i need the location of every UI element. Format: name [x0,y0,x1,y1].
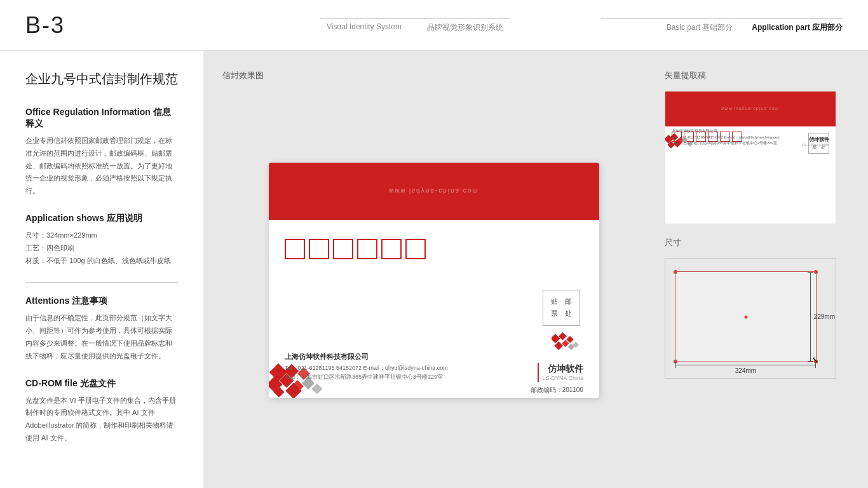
logo-name: 仿坤软件 [542,363,583,375]
postal-boxes [285,239,583,259]
header: B-3 Visual Identity System 品牌视觉形象识别系统 Ba… [0,0,868,51]
nav-basic: Basic part 基础部分 [667,22,733,33]
app-line3: 材质：不低于 100g 的白色纸、浅色纸或牛皮纸 [25,255,178,268]
header-right: Basic part 基础部分 Application part 应用部分 [601,18,843,33]
dim-dot-tl [674,270,677,274]
vector-preview: www.lsdyna-china.com 贴 邮 [665,91,836,224]
app-line1: 尺寸：324mm×229mm [25,229,178,242]
width-dim-line [675,365,816,365]
sidebar: 企业九号中式信封制作规范 Office Regulation Informati… [0,51,203,488]
header-nav: Visual Identity System 品牌视觉形象识别系统 [327,22,503,33]
vector-flap-text: www.lsdyna-china.com [721,107,779,111]
vector-body: 贴 邮 票 处 [665,126,836,152]
v-logo-sub: LS-DYNA China [802,143,829,147]
section-info-title: Office Regulation Information 信息释义 [25,107,178,130]
vector-section: 矢量提取稿 www.lsdyna-china.com [665,70,849,224]
postal-box-3 [333,239,353,259]
envelope-section: 信封效果图 www.lsdyna-china.com [222,70,646,469]
section-info-content: 企业专用信封依照国家邮政管理部门规定，在标准允许的范围内进行设计，邮政编码框、贴… [25,135,178,198]
sidebar-section-app: Application shows 应用说明 尺寸：324mm×229mm 工艺… [25,213,178,267]
vector-logo: 仿坤软件 LS-DYNA China [802,136,829,147]
dim-rect: 229mm 324mm ↖ [675,271,817,362]
stamp-line2: 票 处 [551,308,572,320]
v-sender-tel: Tel：021-61281195 54152072 E-mail：qhyu@ls… [672,135,780,141]
section-cdrom-title: CD-ROM file 光盘文件 [25,378,178,390]
content-area: 信封效果图 www.lsdyna-china.com [203,51,868,488]
height-dim-top [808,272,813,273]
sidebar-main-title: 企业九号中式信封制作规范 [25,70,178,88]
height-dim-line [810,272,811,362]
logo-svg [552,332,583,358]
sender-name: 上海仿坤软件科技有限公司 [285,352,448,362]
sender-info: 上海仿坤软件科技有限公司 Tel：021-61281195 54152072 E… [285,352,448,382]
width-dim-left [675,362,676,368]
nav-app: Application part 应用部分 [752,22,843,33]
stamp-line1: 贴 邮 [551,295,572,308]
page-code: B-3 [25,12,65,38]
header-center: Visual Identity System 品牌视觉形象识别系统 [229,18,601,33]
envelope-label: 信封效果图 [222,70,646,81]
envelope-flap: www.lsdyna-china.com [269,163,599,220]
postal-box-5 [381,239,402,259]
section-attention-title: Attentions 注意事项 [25,295,178,307]
dimensions-label: 尺寸 [665,237,849,248]
postal-box-6 [405,239,426,259]
sidebar-section-info: Office Regulation Information 信息释义 企业专用信… [25,107,178,198]
sidebar-section-cdrom: CD-ROM file 光盘文件 光盘文件是本 VI 手册电子文件的集合，内含手… [25,378,178,445]
v-logo-name: 仿坤软件 [802,136,829,143]
header-right-divider [601,18,843,18]
header-right-nav: Basic part 基础部分 Application part 应用部分 [667,22,843,33]
section-app-content: 尺寸：324mm×229mm 工艺：四色印刷 材质：不低于 100g 的白色纸、… [25,229,178,267]
sidebar-section-attention: Attentions 注意事项 由于信息的不确定性，此页部分规范（如文字大小、间… [25,295,178,362]
cursor-icon: ↖ [811,355,819,365]
logo-text-area: 仿坤软件 LS-DYNA China [538,363,583,382]
height-dim-label: 229mm [814,313,835,320]
section-attention-content: 由于信息的不确定性，此页部分规范（如文字大小、间距等）可作为参考使用，具体可根据… [25,312,178,362]
svg-rect-11 [559,332,567,341]
envelope-mockup: www.lsdyna-china.com [269,163,599,398]
vector-sender: 上海仿坤软件科技有限公司 Tel：021-61281195 54152072 E… [672,128,780,147]
v-sender-name: 上海仿坤软件科技有限公司 [672,128,780,135]
width-dim-area: 324mm [675,365,816,374]
app-line2: 工艺：四色印刷 [25,242,178,255]
postal-code: 邮政编码：201100 [531,386,583,395]
postal-box-1 [285,239,305,259]
logo-sub: LS-DYNA China [542,375,583,381]
width-dim-label: 324mm [735,367,756,374]
envelope-flap-text: www.lsdyna-china.com [389,187,479,194]
right-panel: 矢量提取稿 www.lsdyna-china.com [665,70,849,469]
stamp-area: 贴 邮 票 处 [543,290,580,327]
v-sender-add: Add：上海市虹口区洪昭路365弄中建祥平社银中心3号楼229室 [672,140,780,147]
envelope-logo: 仿坤软件 LS-DYNA China [538,332,583,382]
vector-label: 矢量提取稿 [665,70,849,81]
height-dim-area: 229mm [810,272,835,362]
sender-add: Add：上海市虹口区洪昭路365弄中建祥平社银中心3号楼229室 [285,372,448,381]
section-app-title: Application shows 应用说明 [25,213,178,224]
header-center-divider [320,18,510,18]
dimensions-section: 尺寸 229mm [665,237,849,469]
envelope-body: 贴 邮 票 处 [269,220,599,398]
header-left: B-3 [25,12,229,39]
sidebar-divider [25,282,178,283]
dim-dot-center [744,315,747,318]
logo-divider [538,363,539,382]
postal-box-2 [309,239,329,259]
main-layout: 企业九号中式信封制作规范 Office Regulation Informati… [0,51,868,488]
nav-vis-subtitle: 品牌视觉形象识别系统 [427,22,503,33]
dimensions-box: 229mm 324mm ↖ [665,258,836,379]
section-cdrom-content: 光盘文件是本 VI 手册电子文件的集合，内含手册制作时的专用软件格式文件。其中 … [25,395,178,445]
postal-box-4 [357,239,377,259]
logo-name-block: 仿坤软件 LS-DYNA China [542,363,583,381]
svg-rect-6 [312,383,323,394]
vector-flap: www.lsdyna-china.com [665,92,836,126]
nav-vis-title: Visual Identity System [327,22,402,33]
envelope-container: www.lsdyna-china.com [222,91,646,469]
sender-tel: Tel：021-61281195 54152072 E-mail：qhyu@ls… [285,363,448,372]
